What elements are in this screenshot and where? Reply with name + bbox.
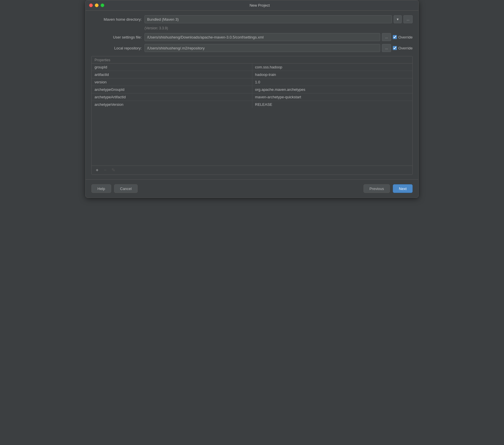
properties-toolbar: + − ✎ — [92, 166, 412, 174]
maven-home-row: Maven home directory: Bundled (Maven 3) … — [91, 15, 413, 23]
maven-home-select[interactable]: Bundled (Maven 3) — [145, 15, 392, 23]
main-content: Maven home directory: Bundled (Maven 3) … — [86, 11, 418, 179]
minimize-button[interactable] — [95, 3, 99, 7]
property-key: artifactId — [92, 71, 252, 78]
property-key: archetypeGroupId — [92, 86, 252, 93]
table-row[interactable]: version 1.0 — [92, 78, 412, 86]
maven-home-dropdown-arrow[interactable]: ▼ — [394, 15, 402, 23]
table-row[interactable]: artifactId hadoop-train — [92, 71, 412, 78]
property-value: com.sss.hadoop — [252, 64, 412, 71]
property-value: RELEASE — [252, 101, 412, 108]
property-value: maven-archetype-quickstart — [252, 93, 412, 101]
properties-empty-area — [92, 108, 412, 166]
close-button[interactable] — [89, 3, 93, 7]
user-settings-label: User settings file: — [91, 35, 142, 39]
table-row[interactable]: groupId com.sss.hadoop — [92, 64, 412, 71]
local-repo-browse-button[interactable]: ... — [382, 44, 391, 52]
property-key: archetypeArtifactId — [92, 93, 252, 101]
maven-home-dropdown-container: Bundled (Maven 3) ▼ ... — [145, 15, 413, 23]
maximize-button[interactable] — [101, 3, 104, 7]
local-repo-input[interactable] — [145, 44, 380, 52]
local-repo-row: Local repository: ... Override — [91, 44, 413, 52]
next-button[interactable]: Next — [393, 184, 413, 193]
chevron-down-icon: ▼ — [396, 18, 399, 21]
local-repo-override-text: Override — [398, 46, 413, 50]
user-settings-input[interactable] — [145, 33, 380, 41]
local-repo-label: Local repository: — [91, 46, 142, 50]
properties-section: Properties groupId com.sss.hadoop artifa… — [91, 56, 413, 175]
maven-home-label: Maven home directory: — [91, 17, 142, 22]
user-settings-browse-button[interactable]: ... — [382, 33, 391, 41]
app-body: New Project Maven home directory: Bundle… — [0, 0, 504, 445]
local-repo-override-checkbox[interactable] — [393, 46, 397, 50]
previous-button[interactable]: Previous — [363, 184, 390, 193]
edit-property-button[interactable]: ✎ — [111, 168, 116, 173]
window-title: New Project — [104, 3, 415, 7]
user-settings-override-checkbox[interactable] — [393, 35, 397, 39]
property-value: 1.0 — [252, 78, 412, 86]
add-property-button[interactable]: + — [95, 168, 100, 173]
version-row: (Version: 3.3.9) — [145, 26, 413, 30]
properties-title: Properties — [92, 56, 412, 64]
property-value: hadoop-train — [252, 71, 412, 78]
user-settings-row: User settings file: ... Override — [91, 33, 413, 41]
local-repo-input-container: ... Override — [145, 44, 413, 52]
user-settings-override-label: Override — [393, 35, 413, 39]
property-key: groupId — [92, 64, 252, 71]
local-repo-override-label: Override — [393, 46, 413, 50]
property-key: archetypeVersion — [92, 101, 252, 108]
window: New Project Maven home directory: Bundle… — [85, 0, 419, 198]
cancel-button[interactable]: Cancel — [114, 184, 138, 193]
property-value: org.apache.maven.archetypes — [252, 86, 412, 93]
help-button[interactable]: Help — [91, 184, 111, 193]
user-settings-override-text: Override — [398, 35, 413, 39]
traffic-lights — [89, 3, 104, 7]
user-settings-input-container: ... Override — [145, 33, 413, 41]
version-label: (Version: 3.3.9) — [145, 26, 168, 30]
remove-property-button[interactable]: − — [103, 168, 108, 173]
table-row[interactable]: archetypeArtifactId maven-archetype-quic… — [92, 93, 412, 101]
table-row[interactable]: archetypeVersion RELEASE — [92, 101, 412, 108]
properties-table: groupId com.sss.hadoop artifactId hadoop… — [92, 64, 412, 108]
bottom-bar: Help Cancel Previous Next — [86, 179, 418, 197]
maven-home-browse-button[interactable]: ... — [403, 15, 413, 23]
property-key: version — [92, 78, 252, 86]
table-row[interactable]: archetypeGroupId org.apache.maven.archet… — [92, 86, 412, 93]
titlebar: New Project — [86, 0, 418, 11]
